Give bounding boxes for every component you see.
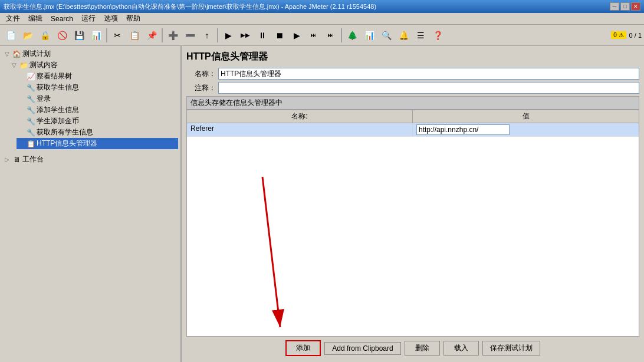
tree-item-get-student[interactable]: 🔧 获取学生信息: [17, 82, 178, 93]
expand-icon-test-plan: ▽: [4, 51, 11, 58]
right-panel: HTTP信息头管理器 名称： 注释： 信息头存储在信息头管理器中 名称: 值 R…: [182, 46, 644, 362]
tree-item-result-tree[interactable]: 📈 察看结果树: [17, 71, 178, 82]
table-cell-name: Referer: [187, 123, 413, 136]
tb-open[interactable]: 📂: [19, 27, 36, 44]
add-button[interactable]: 添加: [285, 340, 321, 356]
minimize-button[interactable]: ─: [610, 2, 619, 11]
add-coin-label: 学生添加金币: [37, 116, 79, 126]
tb-list[interactable]: ☰: [412, 27, 429, 44]
tree-item-login[interactable]: 🔧 登录: [17, 93, 178, 104]
page-info: 0 / 1: [629, 32, 642, 39]
tb-graph[interactable]: 📊: [88, 27, 104, 44]
toolbar: 📄 📂 🔒 🚫 💾 📊 ✂ 📋 📌 ➕ ➖ ↑ ▶ ▶▶ ⏸ ⏹ ▶ ⏭ ⏭ 🌲…: [0, 25, 644, 46]
tree-item-get-all-students[interactable]: 🔧 获取所有学生信息: [17, 127, 178, 138]
expand-icon-add-coin: [18, 118, 25, 125]
tree-item-add-student[interactable]: 🔧 添加学生信息: [17, 104, 178, 116]
get-all-students-label: 获取所有学生信息: [37, 127, 93, 137]
maximize-button[interactable]: □: [620, 2, 630, 11]
expand-icon-workbench: ▷: [4, 156, 11, 163]
tree-item-http-header[interactable]: 📋 HTTP信息头管理器: [17, 138, 178, 149]
tb-stop-run[interactable]: ⏹: [271, 27, 288, 44]
toolbar-separator-2: [162, 28, 163, 42]
tb-next2[interactable]: ⏭: [323, 27, 339, 44]
add-coin-icon: 🔧: [26, 117, 35, 126]
menu-edit[interactable]: 编辑: [25, 13, 46, 24]
comment-row: 注释：: [186, 82, 639, 94]
toolbar-separator-3: [217, 28, 218, 42]
tb-stop-template[interactable]: 🚫: [54, 27, 70, 44]
workbench-icon: 🖥: [12, 155, 21, 164]
tb-cut[interactable]: ✂: [109, 27, 126, 44]
tb-tree[interactable]: 🌲: [344, 27, 360, 44]
name-row: 名称：: [186, 68, 639, 80]
col-name-header: 名称:: [187, 110, 413, 123]
expand-icon-add-student: [18, 107, 25, 114]
tb-new[interactable]: 📄: [2, 27, 19, 44]
expand-icon-get-all-students: [18, 129, 25, 136]
col-value-header: 值: [413, 110, 639, 123]
get-all-students-icon: 🔧: [26, 128, 35, 137]
tb-run-all[interactable]: ▶▶: [237, 27, 254, 44]
tb-run2[interactable]: ▶: [288, 27, 305, 44]
tree-panel: ▽ 🏠 测试计划 ▽ 📁 测试内容 📈 察看结果树 🔧 获取学生信息 🔧 登录: [0, 46, 182, 362]
menu-options[interactable]: 选项: [100, 13, 121, 24]
login-label: 登录: [37, 94, 51, 104]
load-button[interactable]: 载入: [443, 341, 479, 356]
tb-move-up[interactable]: ↑: [199, 27, 215, 44]
tree-item-test-plan[interactable]: ▽ 🏠 测试计划: [2, 48, 178, 60]
test-content-label: 测试内容: [29, 60, 58, 70]
table-row[interactable]: Referer: [187, 123, 639, 137]
tb-alert[interactable]: 🔔: [395, 27, 412, 44]
expand-icon-login: [18, 96, 25, 103]
test-plan-icon: 🏠: [12, 50, 21, 59]
http-header-icon: 📋: [26, 139, 35, 149]
expand-icon-result-tree: [18, 73, 25, 80]
panel-title: HTTP信息头管理器: [186, 51, 639, 63]
close-button[interactable]: ✕: [631, 2, 640, 11]
name-input[interactable]: [218, 68, 639, 80]
main-layout: ▽ 🏠 测试计划 ▽ 📁 测试内容 📈 察看结果树 🔧 获取学生信息 🔧 登录: [0, 46, 644, 362]
tb-paste[interactable]: 📌: [143, 27, 160, 44]
test-content-icon: 📁: [19, 61, 28, 70]
title-bar: 获取学生信息.jmx (E:\besttest\python\python自动化…: [0, 0, 644, 13]
result-tree-icon: 📈: [26, 72, 35, 81]
get-student-icon: 🔧: [26, 83, 35, 93]
name-label: 名称：: [186, 69, 216, 79]
expand-icon-get-student: [18, 84, 25, 91]
toolbar-status: 0 ⚠ 0 / 1: [610, 31, 642, 40]
get-student-label: 获取学生信息: [37, 83, 79, 93]
add-clipboard-button[interactable]: Add from Clipboard: [324, 342, 400, 355]
tb-copy[interactable]: 📋: [126, 27, 143, 44]
tb-save-close[interactable]: 🔒: [37, 27, 53, 44]
result-tree-label: 察看结果树: [37, 71, 72, 81]
add-student-icon: 🔧: [26, 106, 35, 115]
http-header-label: HTTP信息头管理器: [37, 139, 97, 149]
tb-run[interactable]: ▶: [220, 27, 236, 44]
tb-save[interactable]: 💾: [71, 27, 87, 44]
window-title: 获取学生信息.jmx (E:\besttest\python\python自动化…: [4, 2, 610, 11]
menu-help[interactable]: 帮助: [123, 13, 144, 24]
tb-search[interactable]: 🔍: [378, 27, 395, 44]
tree-item-add-coin[interactable]: 🔧 学生添加金币: [17, 116, 178, 127]
menu-file[interactable]: 文件: [2, 13, 24, 24]
tb-pause[interactable]: ⏸: [254, 27, 271, 44]
tb-next[interactable]: ⏭: [305, 27, 322, 44]
tb-chart2[interactable]: 📊: [361, 27, 377, 44]
warning-count: 0 ⚠: [610, 31, 626, 40]
tb-remove[interactable]: ➖: [182, 27, 198, 44]
save-test-button[interactable]: 保存测试计划: [482, 341, 540, 356]
tree-item-test-content[interactable]: ▽ 📁 测试内容: [9, 60, 178, 71]
comment-input[interactable]: [218, 82, 639, 94]
section-title: 信息头存储在信息头管理器中: [186, 96, 639, 110]
toolbar-separator-1: [106, 28, 107, 42]
expand-icon-http-header: [18, 140, 25, 147]
tb-help[interactable]: ❓: [429, 27, 446, 44]
table-value-input[interactable]: [416, 124, 510, 135]
menu-bar: 文件 编辑 Search 运行 选项 帮助: [0, 13, 644, 25]
table-header: 名称: 值: [187, 110, 639, 123]
menu-run[interactable]: 运行: [78, 13, 99, 24]
menu-search[interactable]: Search: [47, 14, 77, 24]
delete-button[interactable]: 删除: [405, 341, 440, 356]
tb-add[interactable]: ➕: [165, 27, 181, 44]
tree-item-workbench[interactable]: ▷ 🖥 工作台: [2, 154, 178, 165]
